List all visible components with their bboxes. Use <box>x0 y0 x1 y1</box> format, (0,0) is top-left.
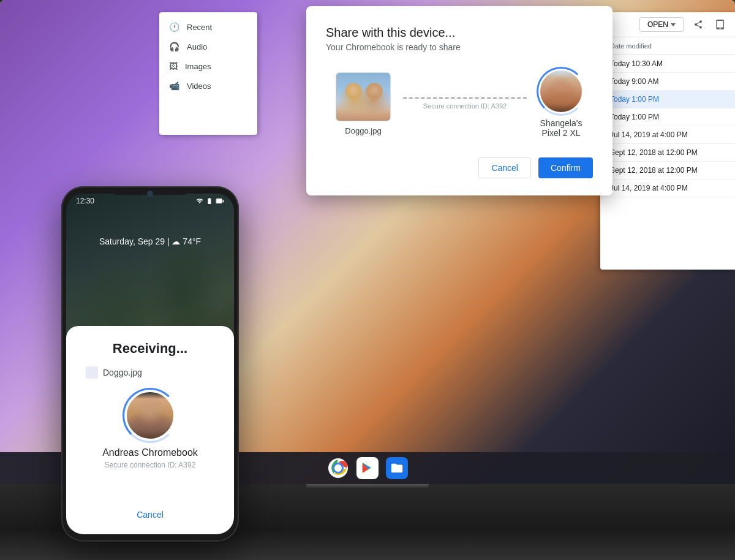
file-row[interactable]: Today 9:00 AM <box>600 73 735 91</box>
sidebar-label-recent: Recent <box>187 23 212 32</box>
phone-status-icons <box>196 197 224 205</box>
recent-icon: 🕐 <box>169 22 179 32</box>
chrome-taskbar-icon[interactable] <box>327 457 349 479</box>
phone-container: 12:30 Saturday, Sep 29 | ☁ 74°F Receivin… <box>61 186 239 542</box>
sidebar-item-audio[interactable]: 🎧 Audio <box>159 37 257 56</box>
device-avatar <box>539 69 583 113</box>
file-row[interactable]: Jul 14, 2019 at 4:00 PM <box>600 180 735 197</box>
images-icon: 🖼 <box>169 61 178 71</box>
dialog-subtitle: Your Chromebook is ready to share <box>326 42 593 52</box>
phone-avatar-container <box>126 391 175 440</box>
sidebar-item-videos[interactable]: 📹 Videos <box>159 76 257 96</box>
share-icon-btn[interactable] <box>691 17 706 32</box>
dog-photo <box>336 73 390 121</box>
phone-cancel-button[interactable]: Cancel <box>137 510 164 520</box>
dashed-line <box>403 97 527 99</box>
sidebar-item-recent[interactable]: 🕐 Recent <box>159 17 257 37</box>
avatar-ring <box>537 67 586 116</box>
videos-icon: 📹 <box>169 81 179 91</box>
sidebar-label-images: Images <box>185 62 211 71</box>
open-button-label: OPEN <box>647 20 668 29</box>
date-modified-header: Date modified <box>600 37 735 55</box>
sidebar-item-images[interactable]: 🖼 Images <box>159 56 257 76</box>
phone-avatar-ring <box>123 388 178 443</box>
tablet-mode-icon-btn[interactable] <box>713 17 728 32</box>
phone-receiving-card: Receiving... Doggo.jpg Andreas Chromeboo… <box>66 326 234 534</box>
device-name: Shangela's Pixel 2 XL <box>540 118 582 138</box>
file-row[interactable]: Sept 12, 2018 at 12:00 PM <box>600 162 735 180</box>
connection-line: Secure connection ID: A392 <box>391 97 539 110</box>
file-icon-small <box>86 366 98 379</box>
file-row[interactable]: Jul 14, 2019 at 4:00 PM <box>600 126 735 144</box>
svg-point-2 <box>334 464 342 472</box>
phone-device-name: Andreas Chromebook <box>102 447 198 458</box>
confirm-button[interactable]: Confirm <box>538 157 593 178</box>
dialog-title: Share with this device... <box>326 26 593 40</box>
receiving-file: Doggo.jpg <box>78 366 142 379</box>
laptop-hinge <box>306 484 429 488</box>
file-row[interactable]: Sept 12, 2018 at 12:00 PM <box>600 144 735 162</box>
audio-icon: 🎧 <box>169 42 179 51</box>
file-thumbnail <box>336 72 391 121</box>
file-row-selected[interactable]: Today 1:00 PM <box>600 91 735 108</box>
file-manager-header: OPEN <box>600 12 735 37</box>
phone-connection-id: Secure connection ID: A392 <box>105 461 196 469</box>
connection-id: Secure connection ID: A392 <box>423 102 507 110</box>
files-taskbar-icon[interactable] <box>386 457 408 479</box>
playstore-taskbar-icon[interactable] <box>356 457 379 479</box>
phone-date-weather: Saturday, Sep 29 | ☁ 74°F <box>66 236 234 246</box>
file-manager-sidebar: 🕐 Recent 🎧 Audio 🖼 Images 📹 Videos <box>159 12 257 135</box>
open-button[interactable]: OPEN <box>639 17 684 32</box>
svg-rect-4 <box>223 200 224 203</box>
phone-camera <box>148 191 153 196</box>
file-manager-panel: OPEN Date modified Today 10:30 AM Today … <box>600 12 735 270</box>
phone-screen: 12:30 Saturday, Sep 29 | ☁ 74°F Receivin… <box>66 194 234 534</box>
share-dialog: Share with this device... Your Chromeboo… <box>306 6 612 195</box>
receiving-title: Receiving... <box>113 341 187 357</box>
phone-time: 12:30 <box>76 197 94 205</box>
cancel-button[interactable]: Cancel <box>478 157 531 178</box>
device-card: Shangela's Pixel 2 XL <box>539 69 583 138</box>
svg-rect-5 <box>217 199 222 203</box>
sidebar-label-videos: Videos <box>187 81 211 91</box>
sidebar-label-audio: Audio <box>187 42 207 51</box>
dropdown-arrow-icon <box>671 23 676 26</box>
file-label: Doggo.jpg <box>345 126 381 135</box>
receiving-file-name: Doggo.jpg <box>103 368 142 377</box>
phone-body: 12:30 Saturday, Sep 29 | ☁ 74°F Receivin… <box>61 186 239 542</box>
file-row[interactable]: Today 10:30 AM <box>600 55 735 73</box>
dialog-content: Doggo.jpg Secure connection ID: A392 Sha… <box>326 69 593 138</box>
dialog-actions: Cancel Confirm <box>326 157 593 178</box>
file-card: Doggo.jpg <box>336 72 391 135</box>
file-row[interactable]: Today 1:00 PM <box>600 108 735 126</box>
